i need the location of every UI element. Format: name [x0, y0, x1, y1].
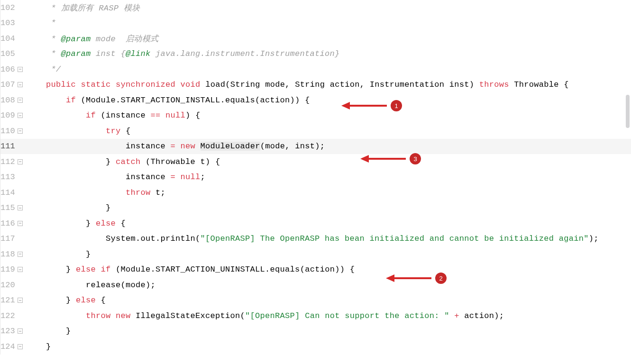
- code-line[interactable]: 108 if (Module.START_ACTION_INSTALL.equa…: [0, 92, 631, 108]
- code-line[interactable]: 116 } else {: [0, 216, 631, 231]
- line-number[interactable]: 122: [0, 311, 15, 320]
- code-line[interactable]: 120 release(mode);: [0, 277, 631, 293]
- fold-open-icon[interactable]: [18, 113, 23, 118]
- fold-gutter[interactable]: [15, 98, 25, 103]
- code-line[interactable]: 113 instance = null;: [0, 170, 631, 185]
- line-number[interactable]: 118: [0, 250, 15, 259]
- line-number[interactable]: 121: [0, 296, 15, 305]
- fold-gutter[interactable]: [15, 344, 25, 349]
- line-number[interactable]: 103: [0, 18, 15, 27]
- code-line[interactable]: 117 System.out.println("[OpenRASP] The O…: [0, 231, 631, 247]
- fold-close-icon[interactable]: [18, 67, 23, 72]
- line-content[interactable]: instance = new ModuleLoader(mode, inst);: [25, 142, 325, 151]
- line-content[interactable]: * @param inst {@link java.lang.instrumen…: [25, 49, 340, 58]
- line-number[interactable]: 114: [0, 188, 15, 197]
- line-content[interactable]: instance = null;: [25, 173, 205, 182]
- code-line[interactable]: 114 throw t;: [0, 185, 631, 200]
- line-content[interactable]: } else {: [25, 219, 126, 228]
- line-number[interactable]: 119: [0, 265, 15, 274]
- fold-open-icon[interactable]: [18, 128, 23, 134]
- code-line[interactable]: 122 throw new IllegalStateException("[Op…: [0, 308, 631, 324]
- fold-open-icon[interactable]: [18, 298, 23, 303]
- line-content[interactable]: throw new IllegalStateException("[OpenRA…: [25, 311, 504, 320]
- line-content[interactable]: } else if (Module.START_ACTION_UNINSTALL…: [25, 265, 355, 274]
- fold-gutter[interactable]: [15, 221, 25, 226]
- code-line[interactable]: 121 } else {: [0, 293, 631, 309]
- line-content[interactable]: try {: [25, 127, 131, 136]
- line-number[interactable]: 120: [0, 281, 15, 290]
- fold-open-icon[interactable]: [18, 221, 23, 226]
- code-line[interactable]: 104 * @param mode 启动模式: [0, 31, 631, 46]
- line-content[interactable]: release(mode);: [25, 281, 155, 290]
- code-line[interactable]: 115 }: [0, 200, 631, 216]
- annotation-arrow: 3: [360, 153, 421, 164]
- line-content[interactable]: }: [25, 342, 51, 351]
- fold-close-icon[interactable]: [18, 252, 23, 257]
- fold-gutter[interactable]: [15, 159, 25, 164]
- fold-gutter[interactable]: [15, 328, 25, 334]
- fold-gutter[interactable]: [15, 82, 25, 87]
- fold-open-icon[interactable]: [18, 267, 23, 272]
- line-number[interactable]: 111: [0, 142, 15, 151]
- code-line[interactable]: 123 }: [0, 324, 631, 339]
- fold-gutter[interactable]: [15, 205, 25, 210]
- code-line[interactable]: 102 * 加载所有 RASP 模块: [0, 0, 631, 16]
- code-line[interactable]: 118 }: [0, 246, 631, 262]
- line-content[interactable]: * 加载所有 RASP 模块: [25, 2, 140, 13]
- fold-gutter[interactable]: [15, 128, 25, 134]
- line-content[interactable]: if (instance == null) {: [25, 111, 201, 120]
- fold-close-icon[interactable]: [18, 328, 23, 334]
- scrollbar-thumb[interactable]: [626, 95, 630, 128]
- line-content[interactable]: * @param mode 启动模式: [25, 33, 158, 44]
- code-editor[interactable]: 102 * 加载所有 RASP 模块103 *104 * @param mode…: [0, 0, 631, 355]
- line-content[interactable]: public static synchronized void load(Str…: [25, 80, 569, 89]
- line-number[interactable]: 102: [0, 3, 15, 12]
- code-line[interactable]: 103 *: [0, 16, 631, 31]
- line-content[interactable]: } catch (Throwable t) {: [25, 157, 220, 166]
- line-number[interactable]: 105: [0, 49, 15, 58]
- line-number[interactable]: 115: [0, 203, 15, 212]
- line-number[interactable]: 124: [0, 342, 15, 351]
- line-number[interactable]: 113: [0, 173, 15, 182]
- line-content[interactable]: }: [25, 327, 71, 336]
- code-line[interactable]: 107public static synchronized void load(…: [0, 77, 631, 93]
- line-content[interactable]: }: [25, 203, 111, 212]
- line-content[interactable]: */: [25, 65, 61, 74]
- fold-gutter[interactable]: [15, 113, 25, 118]
- fold-gutter[interactable]: [15, 267, 25, 272]
- line-number[interactable]: 110: [0, 127, 15, 136]
- line-content[interactable]: } else {: [25, 296, 106, 305]
- token: load(String mode, String action, Instrum…: [201, 80, 479, 89]
- fold-gutter[interactable]: [15, 252, 25, 257]
- fold-close-icon[interactable]: [18, 344, 23, 349]
- fold-open-icon[interactable]: [18, 82, 23, 87]
- line-content[interactable]: *: [25, 18, 56, 27]
- line-number[interactable]: 109: [0, 111, 15, 120]
- code-line[interactable]: 111 instance = new ModuleLoader(mode, in…: [0, 139, 631, 155]
- fold-open-icon[interactable]: [18, 98, 23, 103]
- code-line[interactable]: 109 if (instance == null) {: [0, 108, 631, 124]
- code-line[interactable]: 119 } else if (Module.START_ACTION_UNINS…: [0, 262, 631, 278]
- line-number[interactable]: 108: [0, 96, 15, 105]
- line-number[interactable]: 107: [0, 80, 15, 89]
- fold-open-icon[interactable]: [18, 159, 23, 164]
- code-area[interactable]: 102 * 加载所有 RASP 模块103 *104 * @param mode…: [0, 0, 631, 355]
- line-content[interactable]: }: [25, 250, 91, 259]
- line-content[interactable]: System.out.println("[OpenRASP] The OpenR…: [25, 234, 599, 243]
- code-line[interactable]: 105 * @param inst {@link java.lang.instr…: [0, 46, 631, 62]
- line-number[interactable]: 112: [0, 157, 15, 166]
- code-line[interactable]: 110 try {: [0, 123, 631, 139]
- line-number[interactable]: 117: [0, 234, 15, 243]
- line-number[interactable]: 123: [0, 327, 15, 336]
- fold-gutter[interactable]: [15, 298, 25, 303]
- line-content[interactable]: if (Module.START_ACTION_INSTALL.equals(a…: [25, 96, 310, 105]
- line-content[interactable]: throw t;: [25, 188, 165, 197]
- fold-close-icon[interactable]: [18, 205, 23, 210]
- fold-gutter[interactable]: [15, 67, 25, 72]
- code-line[interactable]: 106 */: [0, 62, 631, 77]
- code-line[interactable]: 124}: [0, 339, 631, 355]
- line-number[interactable]: 116: [0, 219, 15, 228]
- line-number[interactable]: 104: [0, 34, 15, 43]
- code-line[interactable]: 112 } catch (Throwable t) {: [0, 154, 631, 170]
- line-number[interactable]: 106: [0, 65, 15, 74]
